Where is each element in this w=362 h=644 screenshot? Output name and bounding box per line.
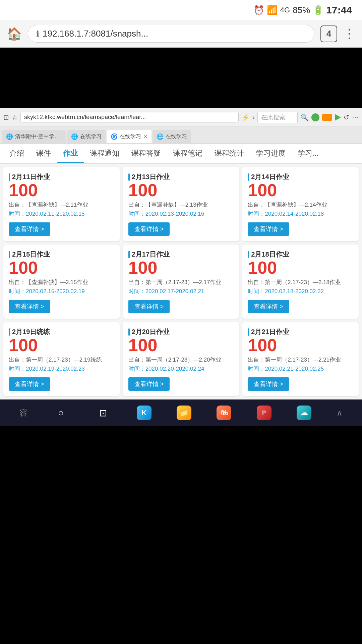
- card-score-2: 100: [248, 181, 353, 199]
- card-time-8: 时间：2020.02.21-2020.02.25: [248, 365, 353, 373]
- title-bar-line-5: [248, 251, 249, 258]
- signal-icon: 4G: [280, 6, 290, 14]
- tab-count-button[interactable]: 4: [320, 25, 337, 42]
- course-nav-bar: 介绍 课件 作业 课程通知 课程答疑 课程笔记 课程统计 学习进度 学习...: [0, 144, 362, 164]
- nav-stats[interactable]: 课程统计: [208, 144, 250, 163]
- battery-text: 85%: [293, 5, 310, 15]
- assignment-card-5: 2月18日作业 100 出自：第一周（2.17-23）—2.18作业 时间：20…: [242, 245, 359, 319]
- inner-search-box[interactable]: 在此搜索: [257, 112, 298, 123]
- card-from-6: 出自：第一周（2.17-23）—2.19统练: [9, 356, 114, 364]
- inner-search-icon[interactable]: 🔍: [300, 113, 309, 121]
- pocket-app-icon[interactable]: P: [257, 406, 272, 420]
- nav-homework[interactable]: 作业: [57, 144, 84, 163]
- card-detail-btn-0[interactable]: 查看详情 >: [9, 222, 50, 236]
- expand-icon[interactable]: ∧: [337, 408, 343, 418]
- assignment-card-0: 2月11日作业 100 出自：【查漏补缺】—2.11作业 时间：2020.02.…: [3, 167, 120, 241]
- tab-item-3[interactable]: 🌐 在线学习: [153, 130, 191, 143]
- assignment-grid: 2月11日作业 100 出自：【查漏补缺】—2.11作业 时间：2020.02.…: [3, 167, 359, 396]
- home-button[interactable]: ○: [53, 405, 69, 421]
- tab-label-2: 在线学习: [120, 133, 141, 140]
- black-top-area: [0, 48, 362, 108]
- browser-menu-button[interactable]: ⋮: [343, 27, 355, 41]
- card-detail-btn-8[interactable]: 查看详情 >: [248, 377, 289, 391]
- inner-lightning-icon: ⚡: [241, 113, 250, 121]
- inner-tab-icon: ⊡: [3, 113, 9, 121]
- inner-forward-icon: ›: [252, 113, 255, 121]
- status-time: 17:44: [326, 4, 352, 16]
- title-bar-line-1: [128, 173, 130, 181]
- card-title-bar-6: 2月19日统练: [9, 327, 114, 336]
- wechat-icon[interactable]: [311, 113, 319, 121]
- tab-close-2[interactable]: ✕: [143, 133, 147, 140]
- assignment-card-8: 2月21日作业 100 出自：第一周（2.17-23）—2.21作业 时间：20…: [242, 322, 359, 396]
- card-title-6: 2月19日统练: [12, 327, 50, 336]
- browser-toolbar: 🏠 ℹ 192.168.1.7:8081/snapsh... 4 ⋮: [0, 20, 362, 47]
- nav-qa[interactable]: 课程答疑: [125, 144, 167, 163]
- status-icons: ⏰ 📶 4G 85% 🔋 17:44: [253, 4, 352, 16]
- address-text[interactable]: 192.168.1.7:8081/snapsh...: [43, 29, 148, 39]
- tab-item-2[interactable]: 🌀 在线学习 ✕: [107, 130, 152, 143]
- card-title-bar-5: 2月18日作业: [248, 250, 353, 259]
- recents-button[interactable]: ⊡: [95, 405, 111, 421]
- title-bar-line-7: [128, 328, 130, 336]
- video-icon[interactable]: [322, 114, 332, 121]
- nav-intro[interactable]: 介绍: [3, 144, 30, 163]
- k-app-icon[interactable]: K: [137, 406, 152, 420]
- play-icon[interactable]: [335, 114, 341, 121]
- card-from-3: 出自：【查漏补缺】—2.15作业: [9, 278, 114, 286]
- card-score-8: 100: [248, 336, 353, 354]
- inner-refresh-icon[interactable]: ↺: [344, 113, 349, 121]
- nav-notice[interactable]: 课程通知: [84, 144, 125, 163]
- files-app-icon[interactable]: 📁: [177, 406, 191, 420]
- content-label: 容: [19, 408, 27, 418]
- card-from-5: 出自：第一周（2.17-23）—2.18作业: [248, 278, 353, 286]
- card-from-7: 出自：第一周（2.17-23）—2.20作业: [128, 356, 234, 364]
- browser-address-bar[interactable]: ℹ 192.168.1.7:8081/snapsh...: [28, 25, 314, 43]
- card-detail-btn-1[interactable]: 查看详情 >: [128, 222, 170, 236]
- assignment-card-3: 2月15日作业 100 出自：【查漏补缺】—2.15作业 时间：2020.02.…: [3, 245, 120, 319]
- browser-home-button[interactable]: 🏠: [7, 27, 22, 41]
- title-bar-line-6: [9, 328, 10, 336]
- tab-favicon-0: 🌐: [6, 133, 13, 140]
- nav-notes[interactable]: 课程笔记: [167, 144, 208, 163]
- card-time-6: 时间：2020.02.19-2020.02.23: [9, 365, 114, 373]
- card-detail-btn-2[interactable]: 查看详情 >: [248, 222, 289, 236]
- inner-address-bar[interactable]: skyk12.kfkc.webtrn.cn/learnspace/learn/l…: [20, 112, 239, 122]
- tab-item-1[interactable]: 🌐 在线学习: [67, 130, 106, 143]
- card-detail-btn-4[interactable]: 查看详情 >: [128, 300, 170, 313]
- battery-icon: 🔋: [313, 5, 323, 15]
- weather-app-icon[interactable]: ☁: [297, 406, 311, 420]
- assignment-card-6: 2月19日统练 100 出自：第一周（2.17-23）—2.19统练 时间：20…: [3, 322, 120, 396]
- card-from-4: 出自：第一周（2.17-23）—2.17作业: [128, 278, 234, 286]
- card-time-7: 时间：2020.02.20-2020.02.24: [128, 365, 234, 373]
- tab-favicon-1: 🌐: [71, 133, 78, 140]
- card-score-6: 100: [9, 336, 114, 354]
- alarm-icon: ⏰: [253, 5, 264, 15]
- nav-learn[interactable]: 学习...: [292, 144, 324, 163]
- card-title-bar-0: 2月11日作业: [9, 172, 114, 181]
- title-bar-line-4: [128, 251, 130, 258]
- tab-item-0[interactable]: 🌐 清华附中-空中学堂 学生首页: [2, 130, 66, 143]
- card-detail-btn-3[interactable]: 查看详情 >: [9, 300, 50, 313]
- title-bar-line-3: [9, 251, 10, 258]
- card-title-bar-3: 2月15日作业: [9, 250, 114, 259]
- nav-courseware[interactable]: 课件: [30, 144, 57, 163]
- tab-favicon-2: 🌀: [111, 133, 118, 140]
- card-title-bar-4: 2月17日作业: [128, 250, 234, 259]
- tab-label-3: 在线学习: [166, 133, 187, 140]
- store-app-icon[interactable]: 🛍: [217, 406, 231, 420]
- title-bar-line-0: [9, 173, 10, 181]
- card-title-5: 2月18日作业: [251, 250, 289, 259]
- tab-label-0: 清华附中-空中学堂 学生首页: [15, 133, 62, 140]
- card-time-3: 时间：2020.02.15-2020.02.19: [9, 287, 114, 295]
- card-detail-btn-5[interactable]: 查看详情 >: [248, 300, 289, 313]
- card-title-0: 2月11日作业: [12, 172, 50, 181]
- nav-progress[interactable]: 学习进度: [250, 144, 292, 163]
- browser-tabs: 🌐 清华附中-空中学堂 学生首页 🌐 在线学习 🌀 在线学习 ✕ 🌐 在线学习: [0, 127, 362, 144]
- assignment-card-4: 2月17日作业 100 出自：第一周（2.17-23）—2.17作业 时间：20…: [123, 245, 239, 319]
- card-detail-btn-6[interactable]: 查看详情 >: [9, 377, 50, 391]
- card-detail-btn-7[interactable]: 查看详情 >: [128, 377, 170, 391]
- inner-more-icon[interactable]: ⋯: [352, 113, 359, 121]
- info-icon: ℹ: [36, 29, 39, 39]
- assignment-card-1: 2月13日作业 100 出自：【查漏补缺】—2.13作业 时间：2020.02.…: [123, 167, 239, 241]
